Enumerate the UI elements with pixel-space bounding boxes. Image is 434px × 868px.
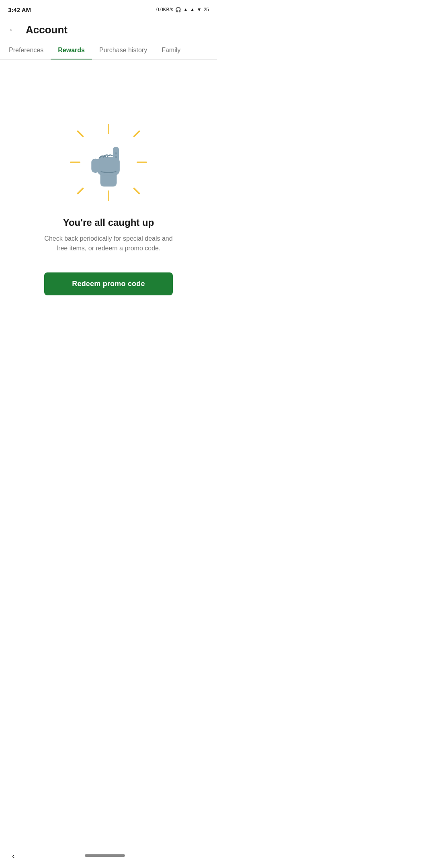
rewards-content: You're all caught up Check back periodic… (0, 60, 217, 341)
ray-top-right (133, 130, 140, 137)
tab-rewards[interactable]: Rewards (51, 41, 92, 60)
speed-indicator: 0.0KB/s (156, 7, 173, 12)
page-title: Account (26, 24, 68, 36)
ray-left (70, 162, 80, 163)
signal-icon: ▲ (183, 7, 188, 12)
battery-icon: 25 (204, 7, 209, 12)
caught-up-description: Check back periodically for special deal… (44, 234, 173, 253)
tab-bar: Preferences Rewards Purchase history Fam… (0, 41, 217, 60)
shaka-hand-icon (84, 136, 133, 188)
tab-purchase-history[interactable]: Purchase history (92, 41, 154, 60)
back-arrow-icon: ← (8, 25, 17, 34)
svg-point-5 (115, 156, 117, 158)
caught-up-title: You're all caught up (63, 217, 154, 228)
redeem-promo-code-button[interactable]: Redeem promo code (44, 272, 173, 295)
ray-top (108, 124, 109, 134)
status-bar: 3:42 AM 0.0KB/s 🎧 ▲ ▲ ▼ 25 (0, 0, 217, 18)
tab-family[interactable]: Family (154, 41, 188, 60)
ray-bottom-right (133, 187, 140, 194)
status-icons: 0.0KB/s 🎧 ▲ ▲ ▼ 25 (156, 7, 209, 12)
ray-top-left (77, 130, 84, 137)
tab-preferences[interactable]: Preferences (2, 41, 51, 60)
status-time: 3:42 AM (8, 6, 31, 13)
signal-icon-2: ▲ (190, 7, 195, 12)
svg-point-4 (115, 152, 117, 154)
ray-right (137, 162, 147, 163)
header: ← Account (0, 18, 217, 41)
rewards-illustration (68, 122, 149, 203)
svg-rect-3 (91, 158, 99, 172)
ray-bottom (108, 190, 109, 201)
headphone-icon: 🎧 (175, 7, 181, 12)
back-button[interactable]: ← (6, 23, 20, 37)
wifi-icon: ▼ (197, 7, 202, 12)
ray-bottom-left (77, 187, 84, 194)
